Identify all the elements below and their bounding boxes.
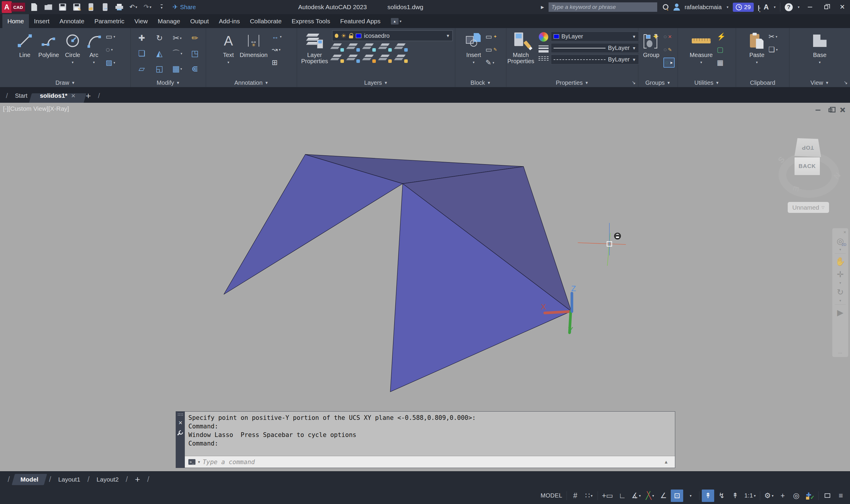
- measure-button[interactable]: Measure ▾: [688, 31, 715, 78]
- annotation-autoscale-toggle[interactable]: ↯: [716, 489, 728, 502]
- tab-annotate[interactable]: Annotate: [55, 14, 89, 28]
- insert-block-button[interactable]: Insert ▾: [464, 31, 483, 78]
- measure-dropdown-icon[interactable]: ▾: [700, 60, 702, 65]
- layer-match-button[interactable]: [396, 55, 408, 62]
- command-line-window[interactable]: ✕ Specify point on positive-Y portion of…: [176, 411, 675, 468]
- move-button[interactable]: ✚: [139, 33, 145, 43]
- clean-screen-button[interactable]: [821, 489, 833, 502]
- layer-freeze-button[interactable]: [364, 43, 376, 51]
- dimension-button[interactable]: ↔✳ Dimension: [238, 31, 269, 78]
- hatch-button[interactable]: ▨▾: [106, 58, 115, 68]
- minimize-button[interactable]: [804, 2, 816, 13]
- help-button[interactable]: ?: [785, 3, 793, 11]
- new-layout-button[interactable]: +: [131, 474, 144, 485]
- share-button[interactable]: ✈ Share: [173, 3, 196, 11]
- paste-dropdown-icon[interactable]: ▾: [756, 60, 758, 65]
- close-button[interactable]: ✕: [836, 2, 848, 13]
- command-window-grip[interactable]: ✕: [176, 412, 185, 468]
- tab-layout1[interactable]: Layout1: [55, 476, 84, 483]
- showmotion-button[interactable]: ▶: [832, 306, 848, 319]
- workspace-switching-button[interactable]: ⚙▾: [763, 489, 775, 502]
- open-from-web-mobile-button[interactable]: [86, 2, 96, 13]
- user-name[interactable]: rafaelabcmaia: [685, 4, 722, 11]
- save-as-button[interactable]: ✎: [72, 2, 82, 13]
- panel-title-clipboard[interactable]: Clipboard: [736, 78, 789, 87]
- edit-block-button[interactable]: ▭✎: [485, 44, 497, 55]
- viewcube-view-name-dropdown[interactable]: Unnamed ▽: [788, 202, 829, 213]
- user-avatar-icon[interactable]: [673, 3, 680, 11]
- edit-attributes-button[interactable]: ✎▾: [485, 58, 497, 68]
- viewport-controls-label[interactable]: [-][Custom View][X-Ray]: [3, 105, 69, 112]
- navbar-options-icon[interactable]: ⋯: [838, 350, 842, 355]
- stretch-button[interactable]: ▱: [139, 64, 145, 73]
- panel-title-block[interactable]: Block▼: [455, 78, 506, 87]
- trim-button[interactable]: ✂▾: [173, 33, 182, 43]
- mirror-button[interactable]: ◭: [157, 49, 163, 58]
- copy-clip-button[interactable]: ❏▾: [768, 44, 778, 55]
- tab-output[interactable]: Output: [185, 14, 214, 28]
- object-snap-tracking-toggle[interactable]: ∠: [657, 489, 670, 502]
- user-dropdown-icon[interactable]: ▾: [727, 5, 728, 9]
- search-input[interactable]: [548, 2, 657, 12]
- group-button[interactable]: ✦ Group: [641, 31, 661, 78]
- new-file-button[interactable]: [29, 2, 39, 13]
- tab-layout2[interactable]: Layout2: [93, 476, 122, 483]
- tab-insert[interactable]: Insert: [29, 14, 55, 28]
- viewport-restore-button[interactable]: [826, 107, 834, 113]
- store-button[interactable]: [758, 3, 759, 11]
- properties-expand-icon[interactable]: ↘: [632, 80, 636, 85]
- scale-button[interactable]: ◱: [156, 64, 163, 73]
- steering-wheel-button[interactable]: ◎2D: [832, 234, 848, 248]
- zoom-dropdown[interactable]: ▾: [839, 281, 841, 286]
- ortho-mode-toggle[interactable]: ∟: [616, 489, 629, 502]
- linetype-icon[interactable]: [539, 56, 548, 60]
- copy-button[interactable]: ❏: [138, 49, 145, 58]
- file-tab-close-icon[interactable]: ✕: [71, 92, 76, 99]
- polyline-button[interactable]: Polyline: [37, 31, 61, 78]
- ribbon-collapse-button[interactable]: ▲ ▾: [391, 14, 401, 28]
- undo-dropdown[interactable]: ▾: [135, 5, 137, 9]
- trial-days-badge[interactable]: 29: [733, 3, 754, 12]
- annotation-scale-dropdown[interactable]: 1:1▾: [743, 489, 757, 502]
- layer-dropdown[interactable]: ☀ icosaedro ▼: [332, 31, 453, 41]
- tab-model[interactable]: Model: [13, 473, 46, 486]
- arc-button[interactable]: Arc ▾: [85, 31, 103, 78]
- panel-title-utilities[interactable]: Utilities▼: [678, 78, 736, 87]
- steering-wheel-dropdown[interactable]: ▾: [839, 248, 841, 252]
- command-settings-wrench-icon[interactable]: [178, 430, 183, 435]
- customization-menu-button[interactable]: ≡: [835, 489, 847, 502]
- lineweight-icon[interactable]: [539, 46, 548, 53]
- panel-title-modify[interactable]: Modify▼: [131, 78, 206, 87]
- view-expand-icon[interactable]: ↘: [844, 80, 848, 85]
- tab-featured-apps[interactable]: Featured Apps: [335, 14, 385, 28]
- insert-dropdown-icon[interactable]: ▾: [473, 60, 474, 65]
- tab-add-ins[interactable]: Add-ins: [214, 14, 245, 28]
- layer-on-button[interactable]: [332, 55, 344, 62]
- annotation-scale-icon-button[interactable]: ↟: [729, 489, 741, 502]
- navbar-close-icon[interactable]: ✕: [843, 230, 847, 234]
- erase-button[interactable]: ✏: [192, 33, 198, 43]
- help-dropdown[interactable]: ▾: [798, 5, 799, 9]
- group-selection-toggle[interactable]: ◌➤: [664, 58, 675, 68]
- offset-button[interactable]: ⋐: [192, 64, 198, 73]
- fillet-button[interactable]: ⌒▾: [172, 48, 182, 59]
- viewcube[interactable]: TOP BACK: [794, 138, 821, 176]
- drawing-canvas[interactable]: X Y Z [-][Custom View][X-Ray] ✕ S E N TO…: [0, 103, 850, 471]
- table-button[interactable]: ⊞: [272, 58, 282, 68]
- line-button[interactable]: Line: [15, 31, 34, 78]
- save-to-web-mobile-button[interactable]: →: [100, 2, 110, 13]
- pan-button[interactable]: ✋: [832, 255, 848, 268]
- qat-customize-button[interactable]: ▾: [157, 2, 167, 13]
- text-button[interactable]: A Text ▾: [221, 31, 236, 78]
- viewcube-back-face[interactable]: BACK: [794, 157, 820, 175]
- tab-manage[interactable]: Manage: [152, 14, 185, 28]
- model-space-indicator[interactable]: MODEL: [539, 489, 564, 502]
- arc-dropdown-icon[interactable]: ▾: [93, 60, 95, 65]
- layer-lock-button[interactable]: [380, 43, 392, 51]
- command-expand-icon[interactable]: ▲: [664, 460, 671, 465]
- panel-title-layers[interactable]: Layers▼: [297, 78, 455, 87]
- tab-collaborate[interactable]: Collaborate: [245, 14, 286, 28]
- base-button[interactable]: Base ▾: [811, 31, 829, 78]
- circle-button[interactable]: Circle ▾: [63, 31, 82, 78]
- save-button[interactable]: [58, 2, 68, 13]
